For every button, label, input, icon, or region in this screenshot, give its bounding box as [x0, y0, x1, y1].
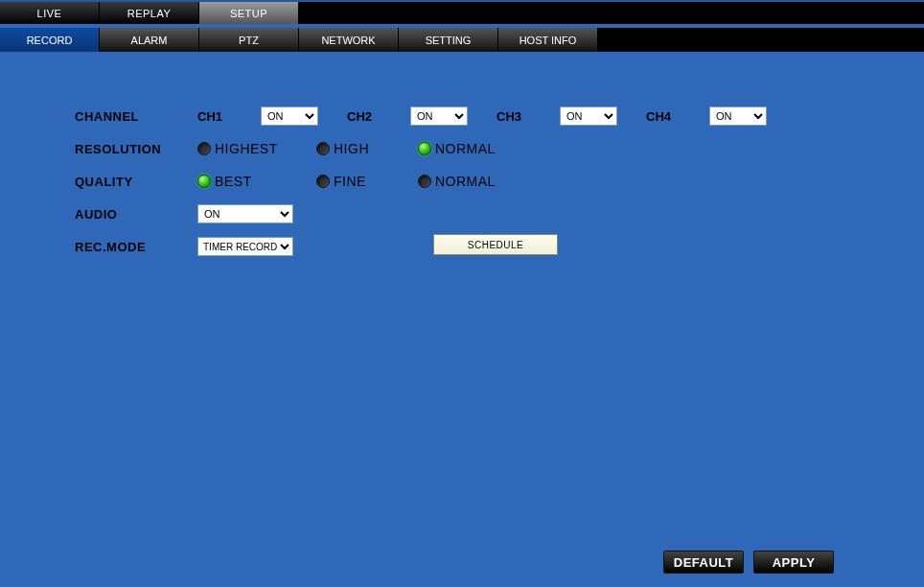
bottom-buttons: DEFAULT APPLY [663, 551, 834, 574]
quality-best-label: BEST [215, 174, 252, 189]
ch3-label: CH3 [497, 109, 554, 124]
radio-dot-selected-icon [418, 142, 431, 155]
radio-dot-icon [316, 175, 330, 188]
quality-fine-label: FINE [334, 174, 366, 189]
sub-tab-filler [598, 28, 924, 52]
ch1-select[interactable]: ON [261, 106, 318, 126]
radio-dot-icon [418, 175, 431, 188]
subtab-setting[interactable]: SETTING [399, 28, 498, 52]
row-channel: CHANNEL CH1 ON CH2 ON CH3 ON CH4 ON [75, 100, 924, 132]
label-quality: QUALITY [75, 175, 197, 189]
row-resolution: RESOLUTION HIGHEST HIGH NORMAL [75, 132, 924, 165]
subtab-hostinfo[interactable]: HOST INFO [498, 28, 598, 52]
ch1-label: CH1 [197, 109, 255, 124]
top-tab-filler [299, 2, 924, 24]
ch2-select[interactable]: ON [410, 106, 468, 126]
schedule-button[interactable]: SCHEDULE [433, 234, 558, 255]
ch3-select[interactable]: ON [560, 106, 617, 126]
recmode-select[interactable]: TIMER RECORD [197, 237, 293, 256]
subtab-ptz[interactable]: PTZ [199, 28, 299, 52]
radio-dot-icon [197, 142, 211, 155]
row-quality: QUALITY BEST FINE NORMAL [75, 165, 924, 198]
quality-normal[interactable]: NORMAL [418, 174, 514, 189]
resolution-high-label: HIGH [334, 141, 369, 156]
label-channel: CHANNEL [75, 109, 197, 124]
ch4-select[interactable]: ON [709, 106, 767, 126]
quality-normal-label: NORMAL [435, 174, 496, 189]
row-audio: AUDIO ON [75, 198, 924, 230]
ch2-label: CH2 [347, 109, 404, 124]
resolution-normal-label: NORMAL [435, 141, 496, 156]
top-tabs: LIVE REPLAY SETUP [0, 0, 924, 27]
resolution-highest[interactable]: HIGHEST [197, 141, 299, 156]
label-resolution: RESOLUTION [75, 142, 197, 156]
tab-live[interactable]: LIVE [0, 2, 100, 24]
radio-dot-selected-icon [197, 175, 211, 188]
subtab-record[interactable]: RECORD [0, 28, 100, 52]
content-area: CHANNEL CH1 ON CH2 ON CH3 ON CH4 ON RESO… [0, 52, 924, 263]
subtab-alarm[interactable]: ALARM [100, 28, 199, 52]
resolution-high[interactable]: HIGH [316, 141, 401, 156]
ch4-label: CH4 [646, 109, 704, 124]
label-recmode: REC.MODE [75, 240, 197, 254]
subtab-network[interactable]: NETWORK [299, 28, 399, 52]
audio-select[interactable]: ON [197, 204, 293, 223]
tab-setup[interactable]: SETUP [199, 2, 299, 24]
quality-fine[interactable]: FINE [316, 174, 401, 189]
resolution-normal[interactable]: NORMAL [418, 141, 514, 156]
apply-button[interactable]: APPLY [753, 551, 834, 574]
sub-tabs: RECORD ALARM PTZ NETWORK SETTING HOST IN… [0, 27, 924, 52]
label-audio: AUDIO [75, 207, 197, 222]
resolution-highest-label: HIGHEST [215, 141, 278, 156]
radio-dot-icon [316, 142, 330, 155]
quality-best[interactable]: BEST [197, 174, 299, 189]
default-button[interactable]: DEFAULT [663, 551, 744, 574]
tab-replay[interactable]: REPLAY [100, 2, 199, 24]
